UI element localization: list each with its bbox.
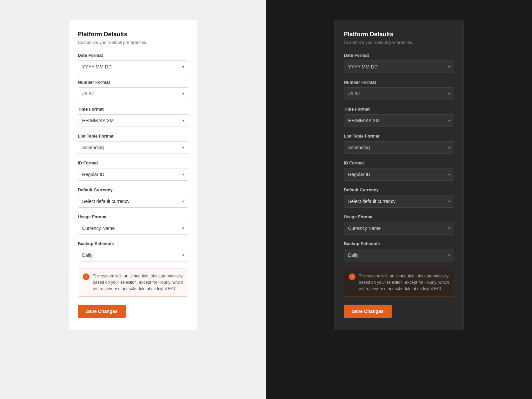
select-wrapper-usage-format: Currency NameCurrency SymbolCurrency Cod… — [78, 222, 188, 235]
label-time-format: Time Format — [78, 107, 188, 112]
label-backup-schedule: Backup Schedule — [78, 241, 188, 246]
select-id-format-dark[interactable]: Regular IDUUIDSequential — [344, 168, 454, 181]
dark-title: Platform Defaults — [344, 31, 454, 38]
select-wrapper-number-format: ##.###,###.###.###,##▾ — [78, 87, 188, 100]
select-time-format[interactable]: HH:MM:SS XMHH:MM:SSHH:MM — [78, 114, 188, 127]
select-date-format[interactable]: YYYY-MM-DDMM/DD/YYYYDD/MM/YYYY — [78, 60, 188, 73]
label-id-format-dark: ID Format — [344, 160, 454, 165]
select-usage-format[interactable]: Currency NameCurrency SymbolCurrency Cod… — [78, 222, 188, 235]
select-wrapper-number-format-dark: ##.###,###.###.###,##▾ — [344, 87, 454, 100]
select-time-format-dark[interactable]: HH:MM:SS XMHH:MM:SSHH:MM — [344, 114, 454, 127]
field-date-format-dark: Date FormatYYYY-MM-DDMM/DD/YYYYDD/MM/YYY… — [344, 53, 454, 73]
label-number-format-dark: Number Format — [344, 80, 454, 85]
dark-fields-container: Date FormatYYYY-MM-DDMM/DD/YYYYDD/MM/YYY… — [344, 53, 454, 261]
select-wrapper-date-format: YYYY-MM-DDMM/DD/YYYYDD/MM/YYYY▾ — [78, 60, 188, 73]
field-id-format: ID FormatRegular IDUUIDSequential▾ — [78, 160, 188, 181]
field-time-format: Time FormatHH:MM:SS XMHH:MM:SSHH:MM▾ — [78, 107, 188, 127]
select-default-currency-dark[interactable]: Select default currencyUSDEURGBP — [344, 195, 454, 208]
field-backup-schedule-dark: Backup ScheduleDailyWeeklyMonthlyHourly▾ — [344, 241, 454, 261]
field-time-format-dark: Time FormatHH:MM:SS XMHH:MM:SSHH:MM▾ — [344, 107, 454, 127]
select-backup-schedule-dark[interactable]: DailyWeeklyMonthlyHourly — [344, 249, 454, 261]
select-wrapper-id-format-dark: Regular IDUUIDSequential▾ — [344, 168, 454, 181]
select-wrapper-list-table-format: AscendingDescending▾ — [78, 141, 188, 154]
dark-info-icon-text: i — [351, 275, 352, 279]
light-title: Platform Defaults — [78, 31, 188, 38]
label-list-table-format: List Table Format — [78, 134, 188, 139]
light-fields-container: Date FormatYYYY-MM-DDMM/DD/YYYYDD/MM/YYY… — [78, 53, 188, 261]
label-date-format: Date Format — [78, 53, 188, 58]
select-wrapper-time-format: HH:MM:SS XMHH:MM:SSHH:MM▾ — [78, 114, 188, 127]
dark-card: Platform Defaults Customize your default… — [334, 20, 464, 330]
light-info-icon: i — [83, 273, 89, 280]
label-list-table-format-dark: List Table Format — [344, 134, 454, 139]
label-id-format: ID Format — [78, 160, 188, 165]
label-default-currency-dark: Default Currency — [344, 187, 454, 192]
field-usage-format-dark: Usage FormatCurrency NameCurrency Symbol… — [344, 214, 454, 235]
dark-info-text: The system will run scheduled jobs autom… — [359, 273, 449, 292]
select-wrapper-default-currency-dark: Select default currencyUSDEURGBP▾ — [344, 195, 454, 208]
label-date-format-dark: Date Format — [344, 53, 454, 58]
dark-subtitle: Customize your default preferences. — [344, 40, 454, 45]
field-number-format: Number Format##.###,###.###.###,##▾ — [78, 80, 188, 100]
label-time-format-dark: Time Format — [344, 107, 454, 112]
select-wrapper-id-format: Regular IDUUIDSequential▾ — [78, 168, 188, 181]
dark-info-icon: i — [349, 273, 355, 280]
field-list-table-format-dark: List Table FormatAscendingDescending▾ — [344, 134, 454, 154]
dark-info-box: i The system will run scheduled jobs aut… — [344, 268, 454, 297]
light-card: Platform Defaults Customize your default… — [68, 20, 198, 330]
light-panel: Platform Defaults Customize your default… — [0, 0, 266, 399]
select-list-table-format[interactable]: AscendingDescending — [78, 141, 188, 154]
select-wrapper-time-format-dark: HH:MM:SS XMHH:MM:SSHH:MM▾ — [344, 114, 454, 127]
light-subtitle: Customize your default preferences. — [78, 40, 188, 45]
label-number-format: Number Format — [78, 80, 188, 85]
select-number-format[interactable]: ##.###,###.###.###,## — [78, 87, 188, 100]
select-wrapper-usage-format-dark: Currency NameCurrency SymbolCurrency Cod… — [344, 222, 454, 235]
field-backup-schedule: Backup ScheduleDailyWeeklyMonthlyHourly▾ — [78, 241, 188, 261]
select-id-format[interactable]: Regular IDUUIDSequential — [78, 168, 188, 181]
select-wrapper-date-format-dark: YYYY-MM-DDMM/DD/YYYYDD/MM/YYYY▾ — [344, 60, 454, 73]
field-default-currency: Default CurrencySelect default currencyU… — [78, 187, 188, 208]
light-save-button[interactable]: Save Changes — [78, 305, 126, 318]
dark-panel: Platform Defaults Customize your default… — [266, 0, 532, 399]
select-list-table-format-dark[interactable]: AscendingDescending — [344, 141, 454, 154]
select-date-format-dark[interactable]: YYYY-MM-DDMM/DD/YYYYDD/MM/YYYY — [344, 60, 454, 73]
light-info-icon-text: i — [85, 275, 86, 279]
select-backup-schedule[interactable]: DailyWeeklyMonthlyHourly — [78, 249, 188, 261]
select-usage-format-dark[interactable]: Currency NameCurrency SymbolCurrency Cod… — [344, 222, 454, 235]
select-wrapper-backup-schedule-dark: DailyWeeklyMonthlyHourly▾ — [344, 249, 454, 261]
field-number-format-dark: Number Format##.###,###.###.###,##▾ — [344, 80, 454, 100]
select-wrapper-list-table-format-dark: AscendingDescending▾ — [344, 141, 454, 154]
dark-save-button[interactable]: Save Changes — [344, 305, 392, 318]
select-wrapper-backup-schedule: DailyWeeklyMonthlyHourly▾ — [78, 249, 188, 261]
field-default-currency-dark: Default CurrencySelect default currencyU… — [344, 187, 454, 208]
field-list-table-format: List Table FormatAscendingDescending▾ — [78, 134, 188, 154]
select-number-format-dark[interactable]: ##.###,###.###.###,## — [344, 87, 454, 100]
label-default-currency: Default Currency — [78, 187, 188, 192]
field-id-format-dark: ID FormatRegular IDUUIDSequential▾ — [344, 160, 454, 181]
select-wrapper-default-currency: Select default currencyUSDEURGBP▾ — [78, 195, 188, 208]
light-info-box: i The system will run scheduled jobs aut… — [78, 268, 188, 297]
field-date-format: Date FormatYYYY-MM-DDMM/DD/YYYYDD/MM/YYY… — [78, 53, 188, 73]
field-usage-format: Usage FormatCurrency NameCurrency Symbol… — [78, 214, 188, 235]
light-info-text: The system will run scheduled jobs autom… — [93, 273, 183, 292]
label-usage-format: Usage Format — [78, 214, 188, 219]
select-default-currency[interactable]: Select default currencyUSDEURGBP — [78, 195, 188, 208]
label-backup-schedule-dark: Backup Schedule — [344, 241, 454, 246]
label-usage-format-dark: Usage Format — [344, 214, 454, 219]
